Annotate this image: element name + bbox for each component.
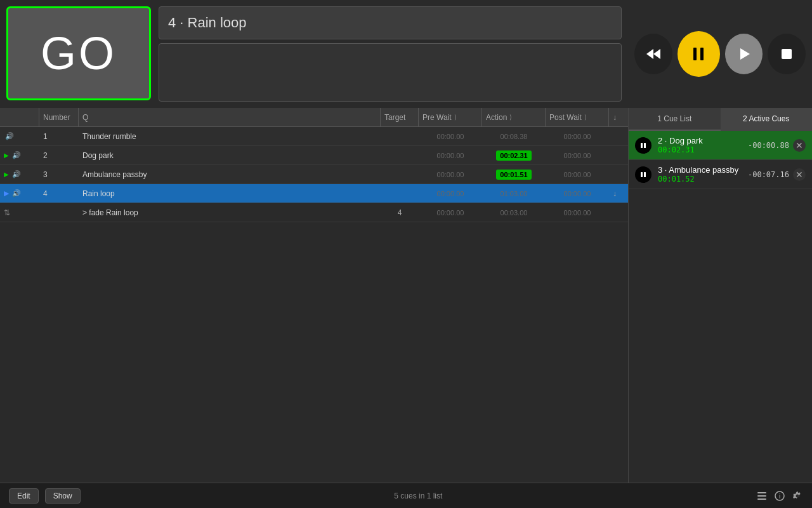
active-cue-elapsed: 00:02.31: [658, 145, 748, 154]
active-cue-elapsed: 00:01.52: [658, 175, 748, 184]
go-button-label: GO: [41, 27, 117, 79]
row-icons: ▶🔊: [0, 146, 39, 164]
svg-rect-9: [644, 172, 646, 177]
active-cues-list: 2 · Dog park 00:02.31 -00:00.88 ✕ 3 · Am…: [629, 131, 812, 189]
active-cue-remaining: -00:00.88: [748, 141, 789, 150]
active-cue-close-button[interactable]: ✕: [793, 139, 806, 152]
active-cue-name: 3 · Ambulance passby: [658, 165, 748, 175]
svg-text:i: i: [779, 493, 780, 500]
status-info: 5 cues in 1 list: [87, 491, 750, 500]
svg-rect-12: [757, 498, 766, 500]
row-prewait: 00:00.00: [419, 127, 482, 145]
tab-active-cues[interactable]: 2 Active Cues: [721, 108, 813, 131]
edit-button[interactable]: Edit: [9, 488, 39, 504]
pause-button[interactable]: [678, 31, 720, 77]
row-number: 1: [39, 127, 79, 145]
row-name: > fade Rain loop: [79, 203, 381, 222]
table-row[interactable]: ▶🔊 2 Dog park 00:00.00 00:02.31 00:00.00: [0, 146, 628, 165]
table-header: Number Q Target Pre Wait ⟩ Action ⟩ Post…: [0, 108, 628, 127]
table-row[interactable]: ⇅ > fade Rain loop 4 00:00.00 00:03.00 0…: [0, 203, 628, 222]
svg-rect-5: [782, 49, 792, 59]
row-action: 00:08.38: [482, 127, 546, 145]
status-bar: Edit Show 5 cues in 1 list i: [0, 483, 812, 508]
tab-cue-list[interactable]: 1 Cue List: [629, 108, 721, 131]
row-postwait: 00:00.00: [546, 165, 609, 184]
row-postwait: 00:00.00: [546, 184, 609, 203]
speaker-icon: 🔊: [12, 151, 21, 159]
list-view-icon[interactable]: [756, 490, 768, 502]
svg-rect-7: [644, 143, 646, 148]
row-prewait: 00:00.00: [419, 146, 482, 164]
table-row[interactable]: 🔊 1 Thunder rumble 00:00.00 00:08.38 00:…: [0, 127, 628, 146]
go-button[interactable]: GO: [6, 6, 151, 100]
rewind-button[interactable]: [634, 34, 672, 74]
active-cue-pause-button[interactable]: [635, 137, 652, 154]
row-name: Dog park: [79, 146, 381, 164]
th-target: Target: [381, 108, 419, 126]
row-number: 3: [39, 165, 79, 184]
row-last: [609, 146, 628, 164]
svg-rect-11: [757, 495, 766, 497]
svg-marker-4: [740, 48, 750, 60]
play-button[interactable]: [725, 34, 763, 74]
th-number: Number: [39, 108, 79, 126]
row-target: [381, 127, 419, 145]
speaker-icon: 🔊: [5, 132, 14, 140]
th-postwait: Post Wait ⟩: [546, 108, 609, 126]
row-icons: ▶🔊: [0, 165, 39, 184]
row-target: [381, 146, 419, 164]
th-icons: [0, 108, 39, 126]
svg-rect-6: [641, 143, 643, 148]
th-prewait: Pre Wait ⟩: [419, 108, 482, 126]
row-last: [609, 165, 628, 184]
svg-rect-2: [693, 48, 697, 60]
row-icons: ▶🔊: [0, 184, 39, 203]
row-last: [609, 127, 628, 145]
transport-controls: [628, 0, 812, 108]
row-last: [609, 203, 628, 222]
row-name: Thunder rumble: [79, 127, 381, 145]
row-postwait: 00:00.00: [546, 203, 609, 222]
settings-icon[interactable]: [792, 490, 803, 502]
tabs: 1 Cue List 2 Active Cues: [629, 108, 812, 131]
play-icon: ▶: [4, 171, 9, 178]
active-cues-panel: 1 Cue List 2 Active Cues 2 · Dog park 00…: [628, 108, 812, 483]
row-number: [39, 203, 79, 222]
cue-list-panel: Number Q Target Pre Wait ⟩ Action ⟩ Post…: [0, 108, 628, 483]
shuffle-icon: ⇅: [4, 208, 10, 217]
stop-button[interactable]: [768, 34, 806, 74]
row-action: 00:02.31: [482, 146, 546, 164]
svg-marker-1: [653, 49, 660, 59]
active-cue-info: 2 · Dog park 00:02.31: [658, 136, 748, 154]
active-cue-item: 3 · Ambulance passby 00:01.52 -00:07.16 …: [629, 160, 812, 189]
row-action: 00:01.51: [482, 165, 546, 184]
svg-rect-10: [757, 492, 766, 493]
active-cue-close-button[interactable]: ✕: [793, 168, 806, 181]
table-row[interactable]: ▶🔊 4 Rain loop 00:00.00 01:03.00 00:00.0…: [0, 184, 628, 203]
row-target: [381, 165, 419, 184]
row-name: Ambulance passby: [79, 165, 381, 184]
active-cue-pause-button[interactable]: [635, 166, 652, 183]
row-postwait: 00:00.00: [546, 146, 609, 164]
active-cue-remaining: -00:07.16: [748, 170, 789, 179]
row-prewait: 00:00.00: [419, 203, 482, 222]
svg-rect-3: [700, 48, 704, 60]
cue-table: 🔊 1 Thunder rumble 00:00.00 00:08.38 00:…: [0, 127, 628, 483]
svg-rect-8: [641, 172, 643, 177]
th-last: ↓: [609, 108, 628, 126]
svg-point-15: [796, 494, 799, 497]
active-cue-item: 2 · Dog park 00:02.31 -00:00.88 ✕: [629, 131, 812, 160]
row-target: [381, 184, 419, 203]
row-prewait: 00:00.00: [419, 165, 482, 184]
row-target: 4: [381, 203, 419, 222]
row-number: 2: [39, 146, 79, 164]
table-row[interactable]: ▶🔊 3 Ambulance passby 00:00.00 00:01.51 …: [0, 165, 628, 184]
row-last: ↓: [609, 184, 628, 203]
row-icons: ⇅: [0, 203, 39, 222]
info-icon[interactable]: i: [774, 490, 785, 502]
status-icons: i: [756, 490, 803, 502]
speaker-icon: 🔊: [12, 189, 21, 197]
show-button[interactable]: Show: [45, 488, 81, 504]
row-name: Rain loop: [79, 184, 381, 203]
row-icons: 🔊: [0, 127, 39, 145]
